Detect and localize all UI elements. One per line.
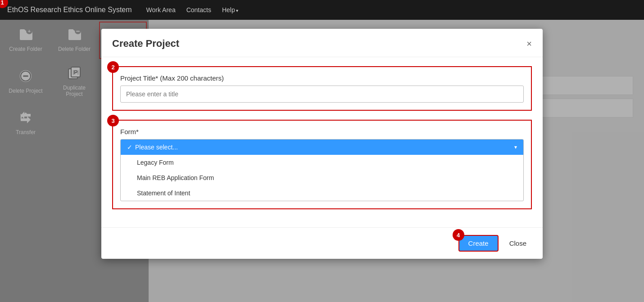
option-label: Main REB Application Form — [137, 174, 214, 181]
project-title-input[interactable] — [120, 86, 524, 103]
form-select-section: 3 Form* ✓ Please select... ▾ Legacy Form — [112, 120, 532, 209]
modal-header: Create Project × — [101, 29, 543, 57]
option-label: Please select... — [135, 144, 178, 151]
close-button[interactable]: Close — [504, 236, 532, 251]
option-label: Legacy Form — [137, 159, 174, 166]
modal-title: Create Project — [112, 38, 179, 50]
option-label: Statement of Intent — [137, 189, 190, 197]
step-2-badge: 2 — [107, 61, 119, 73]
checkmark-icon: ✓ — [127, 144, 132, 151]
dropdown-scroll-arrow: ▾ — [514, 144, 517, 150]
create-project-modal: Create Project × 2 Project Title* (Max 2… — [101, 29, 543, 259]
nav-help[interactable]: Help — [222, 6, 239, 14]
dropdown-option-main-reb[interactable]: Main REB Application Form — [121, 170, 523, 185]
modal-close-button[interactable]: × — [526, 39, 532, 48]
app-brand: EthOS Research Ethics Online System — [7, 6, 132, 14]
nav-contacts[interactable]: Contacts — [186, 6, 211, 14]
form-select-label: Form* — [120, 128, 524, 135]
dropdown-option-legacy-form[interactable]: Legacy Form — [121, 155, 523, 170]
project-title-label: Project Title* (Max 200 characters) — [120, 74, 524, 82]
modal-footer: 4 Create Close — [101, 227, 543, 259]
step-3-badge: 3 — [107, 115, 119, 126]
nav-work-area[interactable]: Work Area — [146, 6, 176, 14]
dropdown-list: ✓ Please select... ▾ Legacy Form Main RE… — [120, 139, 524, 201]
modal-overlay: Create Project × 2 Project Title* (Max 2… — [0, 20, 644, 302]
form-dropdown: ✓ Please select... ▾ Legacy Form Main RE… — [120, 139, 524, 201]
create-button-wrapper: 4 Create — [458, 235, 499, 252]
nav-links: Work Area Contacts Help — [146, 6, 239, 14]
project-title-section: 2 Project Title* (Max 200 characters) — [112, 66, 532, 111]
top-navigation: EthOS Research Ethics Online System Work… — [0, 0, 644, 20]
step-4-badge: 4 — [453, 229, 464, 241]
dropdown-option-statement-of-intent[interactable]: Statement of Intent — [121, 185, 523, 201]
dropdown-option-please-select[interactable]: ✓ Please select... ▾ — [121, 140, 523, 155]
create-button[interactable]: Create — [458, 235, 499, 252]
modal-body: 2 Project Title* (Max 200 characters) 3 … — [101, 57, 543, 227]
